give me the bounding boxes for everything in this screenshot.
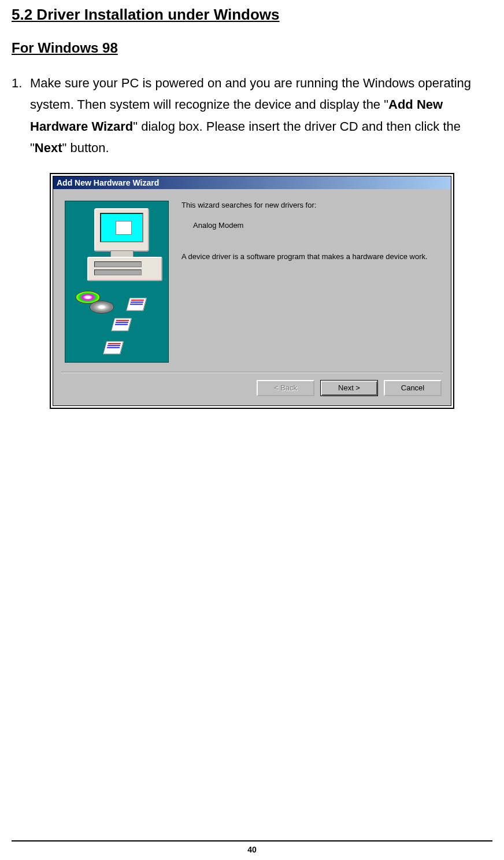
dialog-button-row: < Back Next > Cancel <box>53 373 451 405</box>
wizard-device-name: Analog Modem <box>193 221 439 230</box>
instruction-bold-2: Next <box>35 141 62 155</box>
wizard-illustration <box>65 201 169 363</box>
instruction-part-3: " button. <box>62 141 109 155</box>
instruction-item: 1. Make sure your PC is powered on and y… <box>12 72 492 159</box>
dialog-screenshot-frame: Add New Hardware Wizard This wizard sear… <box>50 173 454 409</box>
page-number: 40 <box>12 845 492 854</box>
instruction-number: 1. <box>12 72 30 159</box>
document-icon <box>111 318 132 331</box>
add-new-hardware-wizard-dialog: Add New Hardware Wizard This wizard sear… <box>53 176 451 406</box>
wizard-text-area: This wizard searches for new drivers for… <box>169 201 439 363</box>
back-button: < Back <box>257 380 314 396</box>
wizard-description-text: A device driver is a software program th… <box>181 252 439 262</box>
cd-icon <box>90 301 114 313</box>
page-footer: 40 <box>12 840 492 854</box>
back-button-label: < Back <box>274 383 297 392</box>
sub-heading: For Windows 98 <box>12 40 492 56</box>
wizard-intro-text: This wizard searches for new drivers for… <box>181 201 439 209</box>
footer-divider <box>12 840 492 841</box>
cancel-button[interactable]: Cancel <box>384 380 442 396</box>
monitor-icon <box>94 208 149 252</box>
cancel-button-label: Cancel <box>401 383 424 392</box>
dialog-body: This wizard searches for new drivers for… <box>53 189 451 368</box>
computer-base-icon <box>87 257 162 281</box>
document-icon <box>103 341 124 354</box>
section-heading: 5.2 Driver Installation under Windows <box>12 6 492 24</box>
document-icon <box>126 297 147 311</box>
next-button[interactable]: Next > <box>320 380 378 396</box>
monitor-stand-icon <box>110 250 134 257</box>
dialog-titlebar: Add New Hardware Wizard <box>53 176 451 189</box>
next-button-label: Next > <box>338 383 360 392</box>
instruction-text: Make sure your PC is powered on and you … <box>30 72 492 159</box>
